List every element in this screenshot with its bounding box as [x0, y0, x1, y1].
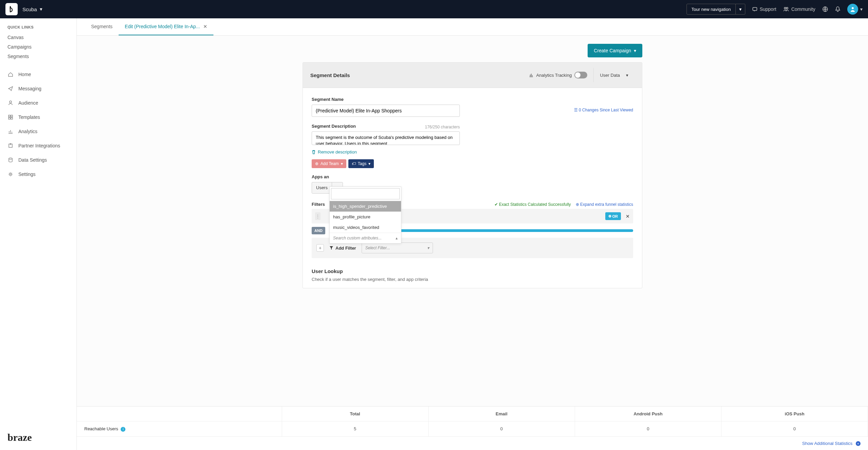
home-icon — [7, 71, 14, 77]
tab-edit-segment[interactable]: Edit (Predictive Model) Elite In-Ap... ✕ — [119, 18, 213, 35]
user-data-dropdown[interactable]: User Data ▾ — [593, 68, 635, 82]
remove-filter-icon[interactable]: ✕ — [626, 214, 630, 219]
people-icon — [783, 6, 789, 12]
sidebar: QUICK LINKS Canvas Campaigns Segments Ho… — [0, 18, 77, 450]
or-button[interactable]: ⊕ OR — [605, 212, 621, 220]
avatar[interactable] — [847, 4, 858, 15]
svg-rect-9 — [11, 118, 13, 119]
analytics-icon — [529, 73, 534, 77]
progress-bar — [395, 229, 633, 232]
remove-description-button[interactable]: Remove description — [312, 149, 460, 155]
ql-campaigns[interactable]: Campaigns — [7, 42, 69, 52]
nav-partner-integrations[interactable]: Partner Integrations — [0, 139, 76, 153]
tab-segments[interactable]: Segments — [85, 18, 119, 35]
svg-point-1 — [784, 7, 786, 9]
and-badge: AND — [312, 227, 325, 234]
user-lookup-title: User Lookup — [312, 268, 633, 274]
svg-rect-0 — [753, 7, 757, 11]
stats-android: 0 — [575, 421, 722, 437]
info-icon[interactable]: i — [121, 427, 125, 432]
attributes-dropdown: is_high_spender_predictive has_profile_p… — [329, 186, 401, 244]
plus-circle-icon: ⊕ — [608, 214, 611, 218]
tags-button[interactable]: 🏷 Tags ▾ — [348, 159, 374, 168]
svg-point-2 — [786, 7, 788, 9]
card-title: Segment Details — [310, 72, 350, 78]
dd-item[interactable]: is_high_spender_predictive — [330, 201, 401, 212]
community-link[interactable]: Community — [783, 6, 815, 12]
stats-email: 0 — [429, 421, 575, 437]
database-icon — [7, 157, 14, 163]
add-filter-plus-button[interactable]: + — [316, 244, 324, 252]
add-filter-label: Add Filter — [329, 246, 356, 251]
filter-icon — [329, 246, 333, 250]
speech-icon — [752, 6, 758, 12]
ql-segments[interactable]: Segments — [7, 52, 69, 61]
bell-icon[interactable] — [835, 6, 840, 12]
stats-header-android: Android Push — [575, 407, 722, 421]
globe-icon[interactable] — [822, 6, 828, 12]
char-counter: 176/250 characters — [425, 125, 460, 129]
segment-desc-label: Segment Description — [312, 124, 356, 129]
user-icon — [7, 100, 14, 106]
nav-data-settings[interactable]: Data Settings — [0, 153, 76, 167]
add-team-button[interactable]: ⊕ Add Team ▾ — [312, 159, 346, 168]
stats-success: ✔ Exact Statistics Calculated Successful… — [494, 202, 571, 207]
tag-icon: 🏷 — [352, 161, 356, 166]
topbar: Scuba ▾ Tour new navigation ▾ Support Co… — [0, 0, 868, 18]
main: Segments Edit (Predictive Model) Elite I… — [77, 18, 868, 450]
support-link[interactable]: Support — [752, 6, 776, 12]
create-campaign-button[interactable]: Create Campaign ▾ — [588, 44, 642, 57]
chevron-up-icon[interactable]: ▴ — [396, 236, 398, 240]
stats-total: 5 — [282, 421, 429, 437]
chevron-down-icon: ▾ — [634, 48, 636, 53]
tour-button[interactable]: Tour new navigation — [687, 4, 736, 15]
nav-audience[interactable]: Audience — [0, 96, 76, 110]
show-additional-stats-link[interactable]: Show Additional Statistics + — [77, 437, 868, 450]
svg-rect-6 — [8, 115, 10, 117]
tour-chevron[interactable]: ▾ — [735, 4, 745, 15]
chevron-down-icon: ▾ — [368, 161, 370, 166]
apps-heading: Apps an — [312, 174, 633, 179]
chevron-down-icon[interactable]: ▾ — [860, 6, 863, 12]
ql-canvas[interactable]: Canvas — [7, 33, 69, 42]
svg-point-12 — [9, 158, 12, 159]
chart-icon — [7, 128, 14, 134]
stats-header-email: Email — [429, 407, 575, 421]
nav-analytics[interactable]: Analytics — [0, 124, 76, 139]
close-icon[interactable]: ✕ — [203, 24, 207, 29]
puzzle-icon — [7, 143, 14, 149]
svg-point-5 — [10, 101, 12, 103]
dd-item[interactable]: music_videos_favorited — [330, 222, 401, 233]
segment-name-label: Segment Name — [312, 97, 460, 102]
toggle-switch[interactable] — [574, 72, 587, 78]
workspace-selector[interactable]: Scuba ▾ — [22, 6, 42, 12]
gear-icon — [7, 171, 14, 177]
nav-messaging[interactable]: Messaging — [0, 82, 76, 96]
logo[interactable] — [5, 3, 18, 15]
svg-point-13 — [10, 174, 12, 175]
svg-rect-7 — [11, 115, 13, 117]
nav-settings[interactable]: Settings — [0, 167, 76, 181]
stats-ios: 0 — [722, 421, 868, 437]
segment-name-input[interactable] — [312, 105, 460, 117]
analytics-tracking-toggle[interactable]: Analytics Tracking — [523, 68, 594, 82]
dropdown-search-input[interactable] — [331, 188, 400, 199]
dd-search-label: Search custom attributes... — [333, 236, 382, 240]
nav-templates[interactable]: Templates — [0, 110, 76, 124]
quick-links-title: QUICK LINKS — [7, 25, 69, 29]
tab-bar: Segments Edit (Predictive Model) Elite I… — [77, 18, 868, 36]
dd-item[interactable]: has_profile_picture — [330, 212, 401, 222]
brand-logo: braze — [0, 432, 76, 445]
svg-point-4 — [852, 7, 854, 9]
changes-link[interactable]: ☰ 0 Changes Since Last Viewed — [574, 108, 633, 112]
workspace-name: Scuba — [22, 6, 37, 12]
grid-icon — [7, 114, 14, 120]
stats-table: Total Email Android Push iOS Push Reacha… — [77, 406, 868, 450]
expand-funnel-link[interactable]: ⊕ Expand extra funnel statistics — [576, 202, 633, 207]
segment-desc-input[interactable] — [312, 131, 460, 145]
drag-handle-icon[interactable]: ⋮ — [315, 212, 320, 220]
stats-header-ios: iOS Push — [722, 407, 868, 421]
filter-select-dropdown[interactable]: Select Filter... ▾ — [362, 242, 433, 253]
nav-home[interactable]: Home — [0, 67, 76, 82]
plus-circle-icon: ⊕ — [576, 202, 580, 207]
